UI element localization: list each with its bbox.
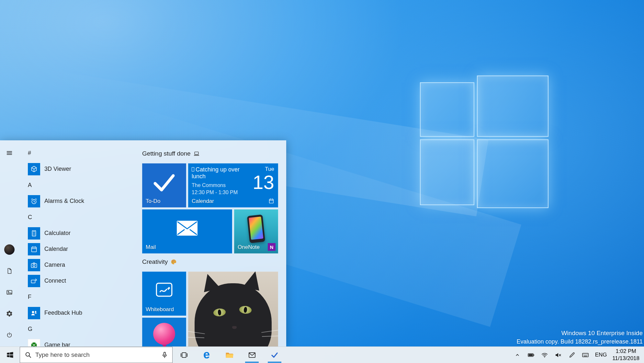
mail-icon — [248, 351, 256, 359]
section-letter-f[interactable]: F — [20, 289, 142, 305]
app-item-label: Calculator — [44, 230, 71, 237]
tile-paint3d[interactable] — [142, 318, 186, 346]
tile-label: Mail — [146, 244, 156, 251]
volume-muted-icon — [554, 351, 562, 359]
app-item-connect[interactable]: Connect — [20, 273, 142, 289]
onenote-logo-badge: N — [268, 243, 276, 251]
tile-whiteboard[interactable]: Whiteboard — [142, 272, 186, 316]
phone-screen — [249, 217, 263, 240]
tile-mail[interactable]: Mail — [142, 209, 232, 253]
windows-logo-pane — [420, 139, 474, 205]
calendar-event-details: The Commons 12:30 PM - 1:30 PM — [192, 182, 238, 196]
power-button[interactable] — [2, 327, 17, 343]
taskbar-search-box — [20, 347, 173, 363]
cube-icon — [28, 163, 40, 175]
battery-button[interactable] — [524, 347, 538, 363]
pictures-button[interactable] — [2, 285, 17, 300]
event-time: 12:30 PM - 1:30 PM — [192, 189, 238, 196]
gear-icon — [6, 310, 13, 317]
app-item-game-bar[interactable]: Game bar — [20, 337, 142, 346]
app-item-feedback-hub[interactable]: Feedback Hub — [20, 305, 142, 321]
system-tray: ENG 1:02 PM 11/13/2018 — [511, 347, 644, 363]
connect-icon — [28, 275, 40, 287]
mail-button[interactable] — [241, 347, 263, 363]
cat-photo — [195, 283, 272, 346]
tile-todo[interactable]: To-Do — [142, 163, 186, 207]
windows-logo-pane — [420, 82, 474, 137]
tile-onenote[interactable]: OneNote N — [234, 209, 278, 253]
laptop-icon — [193, 150, 200, 157]
event-marker-icon — [192, 167, 194, 171]
calendar-date: Tue 13 — [253, 166, 274, 192]
edge-icon: e — [203, 348, 210, 360]
app-item-calendar[interactable]: Calendar — [20, 241, 142, 257]
section-letter-hash[interactable]: # — [20, 145, 142, 161]
whiteboard-icon — [154, 280, 174, 300]
user-avatar — [4, 244, 15, 255]
folder-icon — [225, 350, 234, 360]
pen-button[interactable] — [565, 347, 579, 363]
cat-eye — [213, 308, 226, 317]
todo-button[interactable] — [263, 347, 286, 363]
windows-logo-pane — [477, 76, 548, 137]
start-tile-area: Getting stuff done To-Do Catching up ove… — [142, 140, 286, 346]
tile-photo-cat[interactable] — [188, 272, 278, 346]
start-button[interactable] — [0, 347, 20, 363]
battery-icon — [527, 351, 535, 359]
tile-label: To-Do — [146, 198, 160, 205]
edge-button[interactable]: e — [195, 347, 218, 363]
evaluation-watermark: Windows 10 Enterprise Inside Evaluation … — [516, 329, 643, 346]
todo-check-icon — [270, 350, 279, 359]
clock[interactable]: 1:02 PM 11/13/2018 — [610, 347, 644, 363]
app-item-label: Game bar — [44, 342, 70, 346]
app-item-alarms-clock[interactable]: Alarms & Clock — [20, 193, 142, 209]
tile-label: OneNote — [238, 244, 260, 251]
app-item-label: Connect — [44, 277, 66, 284]
app-item-label: Camera — [44, 262, 65, 268]
start-rail — [0, 140, 20, 346]
app-item-camera[interactable]: Camera — [20, 257, 142, 273]
tile-label: Whiteboard — [146, 306, 174, 313]
tray-time: 1:02 PM — [616, 348, 636, 355]
tile-group-getting-stuff-done[interactable]: Getting stuff done — [142, 149, 200, 158]
wifi-icon — [541, 351, 548, 359]
user-avatar-button[interactable] — [2, 242, 17, 257]
app-item-calculator[interactable]: Calculator — [20, 225, 142, 241]
app-item-3d-viewer[interactable]: 3D Viewer — [20, 161, 142, 177]
start-app-list: # 3D Viewer A Alarms & Clock C Calculato… — [20, 140, 142, 346]
tile-calendar[interactable]: Catching up over lunch The Commons 12:30… — [188, 163, 278, 207]
running-indicator — [268, 362, 281, 363]
task-view-button[interactable] — [173, 347, 195, 363]
calendar-day-number: 13 — [253, 173, 274, 192]
check-icon — [152, 173, 176, 192]
file-explorer-button[interactable] — [218, 347, 241, 363]
pen-icon — [568, 351, 576, 359]
language-indicator[interactable]: ENG — [592, 347, 610, 363]
app-item-label: Feedback Hub — [44, 310, 82, 316]
tile-group-creativity[interactable]: Creativity — [142, 258, 177, 266]
microphone-icon[interactable] — [161, 351, 169, 359]
pictures-icon — [6, 289, 13, 296]
alarm-clock-icon — [28, 195, 40, 207]
volume-button[interactable] — [551, 347, 565, 363]
palette-icon — [170, 259, 177, 265]
app-item-label: Calendar — [44, 246, 68, 252]
tray-overflow-button[interactable] — [511, 347, 524, 363]
section-letter-a[interactable]: A — [20, 177, 142, 193]
section-letter-c[interactable]: C — [20, 209, 142, 225]
xbox-icon — [28, 339, 40, 347]
settings-button[interactable] — [2, 306, 17, 322]
calendar-icon — [28, 243, 40, 255]
section-letter-g[interactable]: G — [20, 321, 142, 337]
running-indicator — [245, 362, 259, 363]
calculator-icon — [28, 227, 40, 240]
wifi-button[interactable] — [538, 347, 551, 363]
touch-keyboard-button[interactable] — [579, 347, 592, 363]
windows-logo-pane — [477, 139, 548, 208]
taskbar: e — [0, 346, 644, 363]
hamburger-menu-button[interactable] — [2, 145, 17, 161]
search-input[interactable] — [20, 347, 172, 363]
search-icon — [24, 351, 32, 359]
cat-nose — [232, 326, 237, 329]
documents-button[interactable] — [2, 263, 17, 279]
